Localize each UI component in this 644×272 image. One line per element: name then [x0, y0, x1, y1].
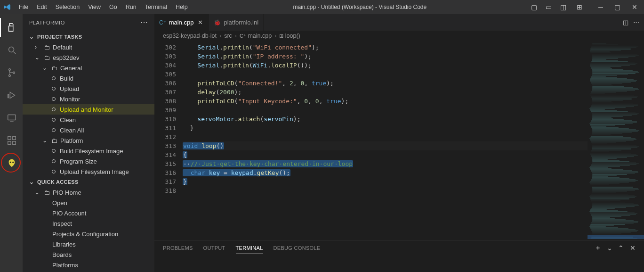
- breadcrumb-separator: ›: [274, 33, 276, 39]
- tree-item[interactable]: Upload Filesystem Image: [23, 166, 154, 177]
- panel-tab-debug-console[interactable]: DEBUG CONSOLE: [274, 242, 321, 254]
- chevron-down-icon[interactable]: ⌄: [607, 244, 612, 252]
- sidebar-more-icon[interactable]: ⋯: [140, 18, 148, 27]
- close-tab-icon[interactable]: ✕: [196, 19, 204, 26]
- tree-item[interactable]: Open: [23, 198, 154, 208]
- split-editor-icon[interactable]: ◫: [623, 19, 628, 26]
- extensions-icon[interactable]: [0, 131, 23, 150]
- svg-point-2: [9, 69, 11, 71]
- breadcrumb-item[interactable]: C⁺ main.cpp: [240, 33, 272, 39]
- svg-point-4: [13, 72, 15, 74]
- menu-selection[interactable]: Selection: [52, 2, 83, 12]
- title-bar: FileEditSelectionViewGoRunTerminalHelp m…: [0, 0, 644, 14]
- tree-section-header[interactable]: ⌄PROJECT TASKS: [23, 32, 154, 42]
- tree-item[interactable]: Platforms: [23, 260, 154, 270]
- panel-actions: ＋ ⌄ ⌃ ✕: [595, 244, 636, 252]
- tree-item[interactable]: ⌄🗀Platform: [23, 135, 154, 146]
- platformio-icon[interactable]: [0, 154, 23, 173]
- tree-item[interactable]: Boards: [23, 249, 154, 260]
- editor-tabs: C⁺main.cpp✕🐞platformio.ini ◫ ⋯: [154, 14, 644, 31]
- svg-marker-5: [10, 92, 15, 99]
- layout-icon[interactable]: ▭: [543, 1, 555, 13]
- menu-terminal[interactable]: Terminal: [141, 2, 171, 12]
- tree-item[interactable]: Libraries: [23, 239, 154, 249]
- layout-icon[interactable]: ⊞: [574, 1, 585, 13]
- line-gutter: 3023033043053063073083093103113123133143…: [154, 41, 183, 240]
- editor-layout-controls[interactable]: ▢ ▭ ◫ ⊞: [528, 1, 585, 13]
- explorer-icon[interactable]: [0, 18, 23, 37]
- maximize-button[interactable]: ▢: [612, 1, 623, 13]
- breadcrumb-item[interactable]: ⊞ loop(): [279, 33, 300, 39]
- menu-view[interactable]: View: [84, 2, 105, 12]
- tree-item[interactable]: Clean All: [23, 125, 154, 135]
- tree-item[interactable]: PIO Account: [23, 208, 154, 218]
- tree-item[interactable]: Program Size: [23, 156, 154, 166]
- sidebar: PLATFORMIO ⋯ ⌄PROJECT TASKS›🗀Default⌄🗀es…: [23, 14, 154, 272]
- window-controls: ─ ▢ ✕: [596, 1, 640, 13]
- close-button[interactable]: ✕: [629, 1, 640, 13]
- tree-item[interactable]: Upload and Monitor: [23, 104, 154, 115]
- svg-rect-9: [8, 137, 11, 140]
- new-terminal-icon[interactable]: ＋: [595, 244, 601, 252]
- menu-go[interactable]: Go: [105, 2, 121, 12]
- layout-icon[interactable]: ◫: [557, 1, 569, 13]
- menu-file[interactable]: File: [15, 2, 32, 12]
- menu-edit[interactable]: Edit: [33, 2, 51, 12]
- tree-item[interactable]: Projects & Configuration: [23, 229, 154, 239]
- editor-area: C⁺main.cpp✕🐞platformio.ini ◫ ⋯ esp32-key…: [154, 14, 644, 272]
- breadcrumb-separator: ›: [235, 33, 237, 39]
- tree-item[interactable]: ⌄🗀esp32dev: [23, 52, 154, 63]
- tree-item[interactable]: Clean: [23, 115, 154, 125]
- window-title: main.cpp - Untitled (Workspace) - Visual…: [192, 4, 528, 10]
- svg-point-3: [9, 75, 11, 77]
- bottom-panel: PROBLEMSOUTPUTTERMINALDEBUG CONSOLE ＋ ⌄ …: [154, 240, 644, 272]
- close-panel-icon[interactable]: ✕: [630, 244, 636, 252]
- remote-icon[interactable]: [0, 108, 23, 127]
- vscode-logo-icon: [4, 3, 11, 11]
- editor-tab[interactable]: 🐞platformio.ini: [209, 14, 264, 31]
- scm-icon[interactable]: [0, 63, 23, 82]
- editor-tab-actions: ◫ ⋯: [623, 14, 644, 31]
- breadcrumb[interactable]: esp32-keypad-db-iot›src›C⁺ main.cpp›⊞ lo…: [154, 31, 644, 41]
- editor-tab[interactable]: C⁺main.cpp✕: [154, 14, 209, 31]
- minimize-button[interactable]: ─: [596, 1, 606, 13]
- activity-bar: [0, 14, 23, 272]
- panel-tab-output[interactable]: OUTPUT: [203, 242, 225, 254]
- panel-tab-problems[interactable]: PROBLEMS: [163, 242, 193, 254]
- tree-item[interactable]: Monitor: [23, 94, 154, 104]
- svg-rect-10: [8, 141, 11, 144]
- svg-point-13: [10, 162, 11, 163]
- svg-line-1: [14, 52, 16, 54]
- code-content[interactable]: Serial.println("WiFi connected"); Serial…: [183, 41, 644, 240]
- code-editor[interactable]: 3023033043053063073083093103113123133143…: [154, 41, 644, 240]
- breadcrumb-separator: ›: [219, 33, 221, 39]
- breadcrumb-item[interactable]: src: [224, 33, 232, 39]
- svg-rect-12: [13, 137, 16, 140]
- tree-item[interactable]: ⌄🗀PIO Home: [23, 187, 154, 198]
- svg-rect-7: [8, 115, 16, 120]
- maximize-panel-icon[interactable]: ⌃: [618, 244, 624, 252]
- more-icon[interactable]: ⋯: [633, 19, 639, 26]
- tree-item[interactable]: ⌄🗀General: [23, 63, 154, 73]
- tree-item[interactable]: ›🗀Default: [23, 42, 154, 52]
- menu-run[interactable]: Run: [122, 2, 140, 12]
- svg-rect-11: [13, 141, 16, 144]
- tree-item[interactable]: Build: [23, 73, 154, 83]
- svg-rect-6: [8, 94, 9, 98]
- sidebar-tree[interactable]: ⌄PROJECT TASKS›🗀Default⌄🗀esp32dev⌄🗀Gener…: [23, 31, 154, 272]
- tree-item[interactable]: Build Filesystem Image: [23, 146, 154, 156]
- svg-point-14: [12, 162, 14, 163]
- svg-point-0: [9, 47, 14, 52]
- layout-icon[interactable]: ▢: [528, 1, 540, 13]
- menu-help[interactable]: Help: [172, 2, 192, 12]
- minimap[interactable]: [588, 41, 644, 240]
- tree-section-header[interactable]: ⌄QUICK ACCESS: [23, 177, 154, 187]
- breadcrumb-item[interactable]: esp32-keypad-db-iot: [163, 33, 217, 39]
- tree-item[interactable]: Inspect: [23, 218, 154, 229]
- panel-tab-terminal[interactable]: TERMINAL: [236, 242, 263, 254]
- run-icon[interactable]: [0, 86, 23, 105]
- tree-item[interactable]: Upload: [23, 83, 154, 94]
- menu-bar: FileEditSelectionViewGoRunTerminalHelp: [15, 2, 192, 12]
- sidebar-title: PLATFORMIO: [29, 20, 65, 25]
- search-icon[interactable]: [0, 41, 23, 59]
